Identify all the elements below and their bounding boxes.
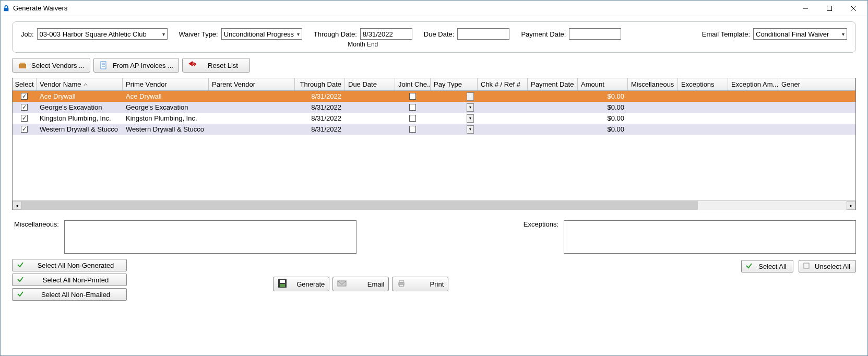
select-all-non-printed-button[interactable]: Select All Non-Printed	[12, 274, 127, 286]
checkbox-icon[interactable]	[21, 126, 28, 133]
chevron-down-icon[interactable]: ▾	[467, 92, 474, 101]
joint-cell[interactable]	[395, 102, 431, 113]
grid-body: Ace DrywallAce Drywall8/31/2022▾$0.00Geo…	[13, 91, 855, 200]
col-amount[interactable]: Amount	[578, 78, 628, 90]
due-date-input[interactable]	[457, 28, 509, 40]
col-excamt[interactable]: Exception Am...	[728, 78, 778, 90]
email-template-combo[interactable]: Conditional Final Waiver ▾	[753, 28, 847, 40]
row-select-cell[interactable]	[13, 91, 37, 102]
col-paydate[interactable]: Payment Date	[528, 78, 578, 90]
print-button[interactable]: Print	[392, 277, 448, 291]
table-row[interactable]: George's ExcavationGeorge's Excavation8/…	[13, 102, 855, 113]
svg-rect-15	[399, 280, 403, 282]
select-all-button[interactable]: Select All	[741, 260, 793, 272]
svg-rect-6	[101, 62, 106, 69]
scroll-right-button[interactable]: ▸	[847, 201, 855, 210]
table-row[interactable]: Western Drywall & StuccoWestern Drywall …	[13, 124, 855, 135]
chevron-down-icon: ▾	[297, 31, 300, 37]
parent-cell	[209, 124, 295, 135]
minimize-button[interactable]	[793, 1, 817, 16]
through-date-value: 8/31/2022	[363, 30, 393, 38]
scroll-track[interactable]	[21, 201, 847, 210]
chevron-down-icon[interactable]: ▾	[467, 125, 474, 134]
table-row[interactable]: Ace DrywallAce Drywall8/31/2022▾$0.00	[13, 91, 855, 102]
chevron-down-icon[interactable]: ▾	[467, 114, 474, 123]
col-misc[interactable]: Miscellaneous	[628, 78, 678, 90]
close-button[interactable]	[841, 1, 865, 16]
chkref-cell	[478, 102, 528, 113]
paytype-cell[interactable]: ▾	[431, 113, 478, 124]
col-through[interactable]: Through Date	[295, 78, 345, 90]
excamt-cell	[728, 102, 778, 113]
exceptions-textarea[interactable]	[564, 220, 856, 254]
from-ap-invoices-button[interactable]: From AP Invoices ...	[93, 58, 179, 73]
misc-textarea[interactable]	[64, 220, 356, 254]
svg-rect-5	[20, 63, 25, 64]
paytype-cell[interactable]: ▾	[431, 91, 478, 102]
col-select[interactable]: Select	[13, 78, 37, 90]
col-exc[interactable]: Exceptions	[678, 78, 728, 90]
select-all-non-emailed-button[interactable]: Select All Non-Emailed	[12, 288, 127, 301]
col-gener[interactable]: Gener	[778, 78, 855, 90]
row-select-cell[interactable]	[13, 102, 37, 113]
unselect-all-button[interactable]: Unselect All	[799, 260, 856, 272]
chkref-cell	[478, 91, 528, 102]
col-paytype[interactable]: Pay Type	[431, 78, 478, 90]
joint-cell[interactable]	[395, 91, 431, 102]
svg-rect-12	[280, 284, 285, 287]
through-cell: 8/31/2022	[295, 124, 345, 135]
job-label: Job:	[21, 30, 34, 38]
col-due[interactable]: Due Date	[345, 78, 395, 90]
chevron-down-icon[interactable]: ▾	[467, 103, 474, 112]
select-all-non-generated-button[interactable]: Select All Non-Generated	[12, 259, 127, 271]
checkbox-icon[interactable]	[409, 93, 416, 100]
payment-date-input[interactable]	[569, 28, 621, 40]
month-end-label: Month End	[348, 41, 378, 48]
checkbox-icon[interactable]	[21, 93, 28, 100]
table-row[interactable]: Kingston Plumbing, Inc.Kingston Plumbing…	[13, 113, 855, 124]
reset-list-button[interactable]: Reset List	[182, 58, 250, 73]
exceptions-label: Exceptions:	[517, 220, 558, 228]
paydate-cell	[528, 113, 578, 124]
svg-rect-11	[280, 280, 285, 283]
row-select-cell[interactable]	[13, 113, 37, 124]
col-vendor[interactable]: Vendor Name	[37, 78, 123, 90]
scroll-left-button[interactable]: ◂	[13, 201, 21, 210]
col-joint[interactable]: Joint Che...	[395, 78, 431, 90]
checkbox-icon[interactable]	[21, 115, 28, 122]
email-button[interactable]: Email	[332, 277, 389, 291]
check-icon	[746, 263, 752, 270]
paytype-cell[interactable]: ▾	[431, 124, 478, 135]
printer-icon	[397, 279, 406, 290]
col-parent[interactable]: Parent Vendor	[209, 78, 295, 90]
save-disk-icon	[278, 279, 287, 290]
envelope-icon	[337, 279, 347, 290]
scroll-thumb[interactable]	[21, 201, 698, 210]
gener-cell	[778, 124, 855, 135]
waiver-type-combo[interactable]: Unconditional Progress ▾	[221, 28, 302, 40]
select-vendors-label: Select Vendors ...	[31, 62, 85, 69]
row-select-cell[interactable]	[13, 124, 37, 135]
due-date-label: Due Date:	[424, 30, 455, 38]
maximize-button[interactable]	[817, 1, 841, 16]
paytype-cell[interactable]: ▾	[431, 102, 478, 113]
checkbox-icon[interactable]	[409, 115, 416, 122]
due-cell	[345, 124, 395, 135]
select-vendors-button[interactable]: Select Vendors ...	[12, 58, 90, 73]
col-chkref[interactable]: Chk # / Ref #	[478, 78, 528, 90]
gener-cell	[778, 91, 855, 102]
col-prime[interactable]: Prime Vendor	[123, 78, 209, 90]
generate-button[interactable]: Generate	[273, 277, 329, 291]
joint-cell[interactable]	[395, 113, 431, 124]
window-title: Generate Waivers	[13, 4, 67, 12]
horizontal-scrollbar[interactable]: ◂ ▸	[13, 200, 855, 209]
checkbox-icon[interactable]	[409, 126, 416, 133]
job-combo[interactable]: 03-003 Harbor Square Athletic Club ▾	[37, 28, 168, 40]
paydate-cell	[528, 102, 578, 113]
due-cell	[345, 91, 395, 102]
checkbox-icon[interactable]	[21, 104, 28, 111]
checkbox-icon[interactable]	[409, 104, 416, 111]
through-date-input[interactable]: 8/31/2022	[360, 28, 412, 40]
vendor-cell: Western Drywall & Stucco	[37, 124, 123, 135]
joint-cell[interactable]	[395, 124, 431, 135]
